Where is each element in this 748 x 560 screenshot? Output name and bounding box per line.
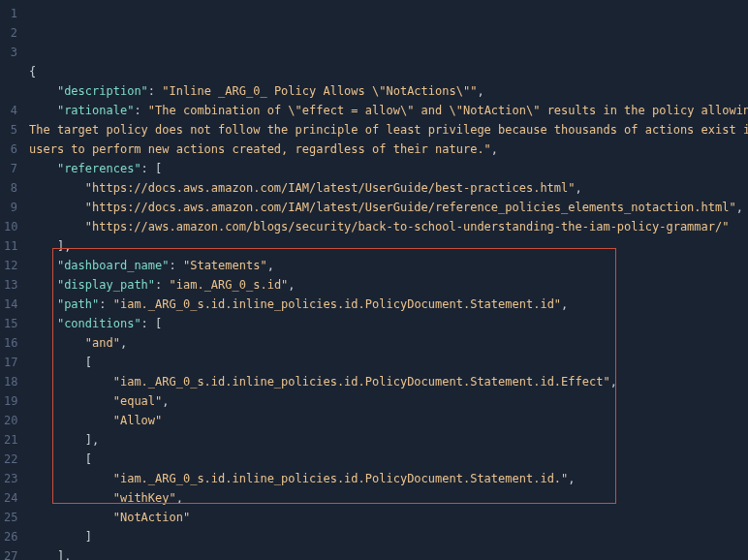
json-string: "The combination of \"effect = allow\" a… <box>148 104 748 117</box>
code-line: "iam._ARG_0_s.id.inline_policies.id.Poli… <box>29 469 748 488</box>
line-number: 27 <box>4 546 17 560</box>
json-punct: , <box>491 142 498 156</box>
line-number <box>4 81 17 101</box>
json-punct: , <box>176 491 183 505</box>
json-string: "Inline _ARG_0_ Policy Allows \"NotActio… <box>162 84 477 98</box>
line-number: 5 <box>4 120 17 140</box>
json-punct: : <box>170 259 183 272</box>
json-punct: : [ <box>141 162 163 175</box>
line-number: 15 <box>4 314 17 333</box>
json-punct: , <box>267 259 274 272</box>
json-string: "withKey" <box>113 491 176 505</box>
json-punct: , <box>288 278 295 292</box>
json-punct: : <box>155 278 169 292</box>
line-number: 23 <box>4 469 17 488</box>
code-line: "equal", <box>29 391 748 411</box>
json-punct: ], <box>85 433 99 447</box>
line-number: 20 <box>4 411 17 430</box>
line-number-gutter: 1234567891011121314151617181920212223242… <box>0 0 25 560</box>
code-line: "references": [ <box>29 159 748 178</box>
json-string: The target policy does not follow the pr… <box>29 123 748 137</box>
line-number: 11 <box>4 236 17 256</box>
line-number: 24 <box>4 488 17 508</box>
line-number: 4 <box>4 101 17 120</box>
code-line: [ <box>29 450 748 469</box>
code-line: "conditions": [ <box>29 314 748 333</box>
json-punct: , <box>477 84 483 98</box>
line-number: 26 <box>4 527 17 546</box>
line-number: 14 <box>4 295 17 314</box>
line-number: 19 <box>4 391 17 411</box>
code-editor: 1234567891011121314151617181920212223242… <box>0 0 748 560</box>
line-number: 18 <box>4 372 17 391</box>
json-string: "https://aws.amazon.com/blogs/security/b… <box>85 220 730 233</box>
json-string: "iam._ARG_0_s.id" <box>170 278 289 292</box>
line-number: 21 <box>4 430 17 450</box>
line-number: 8 <box>4 178 17 198</box>
json-string: "iam._ARG_0_s.id.inline_policies.id.Poli… <box>113 375 610 389</box>
line-number: 12 <box>4 256 17 275</box>
json-punct: ], <box>57 239 71 253</box>
json-key: "path" <box>57 297 99 311</box>
code-line: "https://aws.amazon.com/blogs/security/b… <box>29 217 748 236</box>
code-line: "iam._ARG_0_s.id.inline_policies.id.Poli… <box>29 372 748 391</box>
code-line: "https://docs.aws.amazon.com/IAM/latest/… <box>29 198 748 217</box>
json-punct: , <box>120 336 127 350</box>
json-key: "display_path" <box>57 278 155 292</box>
json-string: "equal" <box>113 394 163 408</box>
json-punct: , <box>162 394 169 408</box>
json-punct: : <box>99 297 112 311</box>
line-number: 3 <box>4 43 17 62</box>
json-string: users to perform new actions created, re… <box>29 142 491 156</box>
code-line: "path": "iam._ARG_0_s.id.inline_policies… <box>29 295 748 314</box>
json-punct: : <box>134 104 147 117</box>
line-number: 13 <box>4 275 17 295</box>
json-punct: , <box>568 472 575 485</box>
line-number: 2 <box>4 23 17 43</box>
json-punct: , <box>736 201 743 214</box>
code-line: users to perform new actions created, re… <box>29 140 748 159</box>
line-number: 16 <box>4 333 17 353</box>
line-number: 17 <box>4 353 17 372</box>
json-key: "dashboard_name" <box>57 259 170 272</box>
line-number: 9 <box>4 198 17 217</box>
json-punct: ], <box>57 549 71 560</box>
json-string: "iam._ARG_0_s.id.inline_policies.id.Poli… <box>113 297 561 311</box>
code-line: "rationale": "The combination of \"effec… <box>29 101 748 120</box>
line-number: 10 <box>4 217 17 236</box>
code-line: "NotAction" <box>29 508 748 527</box>
json-punct: { <box>29 65 36 78</box>
json-punct: [ <box>85 452 92 466</box>
code-line: [ <box>29 353 748 372</box>
code-area[interactable]: { "description": "Inline _ARG_0_ Policy … <box>25 0 748 560</box>
line-number: 7 <box>4 159 17 178</box>
json-string: "Statements" <box>183 259 267 272</box>
json-punct: , <box>576 181 582 195</box>
code-line: The target policy does not follow the pr… <box>29 120 748 140</box>
json-string: "iam._ARG_0_s.id.inline_policies.id.Poli… <box>113 472 569 485</box>
code-line: "display_path": "iam._ARG_0_s.id", <box>29 275 748 295</box>
line-number: 25 <box>4 508 17 527</box>
code-line: "and", <box>29 333 748 353</box>
json-punct: : <box>148 84 162 98</box>
code-line: { <box>29 62 748 81</box>
code-line: ], <box>29 430 748 450</box>
json-punct: [ <box>85 356 92 369</box>
json-string: "and" <box>85 336 120 350</box>
json-string: "NotAction" <box>113 511 190 524</box>
code-line: ], <box>29 546 748 560</box>
line-number <box>4 62 17 81</box>
line-number: 1 <box>4 4 17 23</box>
json-punct: : [ <box>141 317 163 330</box>
code-line: "dashboard_name": "Statements", <box>29 256 748 275</box>
code-line: ], <box>29 236 748 256</box>
json-string: "Allow" <box>113 414 163 427</box>
code-line: "description": "Inline _ARG_0_ Policy Al… <box>29 81 748 101</box>
json-punct: , <box>610 375 617 389</box>
json-key: "rationale" <box>57 104 134 117</box>
json-key: "description" <box>57 84 148 98</box>
json-key: "references" <box>57 162 141 175</box>
line-number: 22 <box>4 450 17 469</box>
code-line: ] <box>29 527 748 546</box>
code-line: "Allow" <box>29 411 748 430</box>
